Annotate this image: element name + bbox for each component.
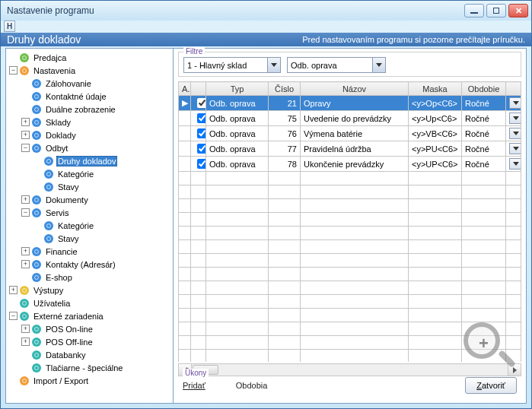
table-row[interactable]: ▶Odb. oprava21Opravy<y>Op<C6>Ročné	[179, 96, 521, 111]
cell-nazov: Ukončenie prevádzky	[301, 157, 409, 172]
table-row[interactable]: Odb. oprava76Výmena batérie<y>VB<C6>Ročn…	[179, 126, 521, 141]
cell-cislo: 75	[269, 111, 301, 126]
tree-import-export[interactable]: Import / Export	[9, 374, 173, 387]
row-checkbox[interactable]	[197, 159, 206, 169]
tree-kontakty[interactable]: +Kontakty (Adresár)	[21, 258, 173, 271]
tree-pos-online[interactable]: +POS On-line	[21, 322, 173, 335]
row-checkbox[interactable]	[197, 128, 206, 138]
expand-icon[interactable]: +	[21, 247, 30, 255]
col-maska[interactable]: Maska	[409, 82, 462, 96]
tree-databanky[interactable]: Databanky	[21, 348, 173, 361]
cell-maska: <y>VB<C6>	[409, 126, 462, 141]
col-a[interactable]: A.	[179, 82, 191, 96]
collapse-icon[interactable]: −	[21, 144, 30, 152]
close-form-button[interactable]: Zatvoriť	[465, 377, 517, 394]
gear-icon	[32, 105, 41, 114]
cell-obdobie: Ročné	[462, 157, 506, 172]
add-link[interactable]: Pridať	[183, 381, 205, 390]
tree-stavy[interactable]: Stavy	[33, 180, 173, 193]
gear-icon	[32, 338, 41, 347]
row-dropdown-cell[interactable]	[506, 111, 521, 126]
col-nazov[interactable]: Názov	[301, 82, 409, 96]
help-toolbar: H	[1, 21, 531, 33]
row-dropdown-button[interactable]	[509, 113, 521, 124]
row-dropdown-cell[interactable]	[506, 126, 521, 141]
tree-uzivatelia[interactable]: Užívatelia	[9, 296, 173, 309]
expand-icon[interactable]: +	[21, 131, 30, 139]
col-typ[interactable]: Typ	[206, 82, 269, 96]
tree-doklady[interactable]: +Doklady	[21, 128, 173, 141]
window-title: Nastavenie programu	[7, 5, 462, 16]
filter-sklad-combo[interactable]: 1 - Hlavný sklad	[183, 57, 281, 73]
tree-odbyt[interactable]: −Odbyt	[21, 141, 173, 154]
expand-icon[interactable]: +	[9, 286, 18, 294]
tree-eshop[interactable]: E-shop	[21, 271, 173, 284]
row-checkbox[interactable]	[197, 98, 206, 108]
gear-icon	[32, 363, 41, 373]
label: Servis	[44, 208, 71, 218]
tree-kontaktne[interactable]: Kontaktné údaje	[21, 90, 173, 103]
col-cislo[interactable]: Číslo	[269, 82, 301, 96]
maximize-button[interactable]	[486, 4, 506, 17]
row-indicator	[179, 141, 191, 157]
tree-externe[interactable]: −Externé zariadenia	[9, 309, 173, 322]
maximize-icon	[493, 8, 499, 14]
label: Predajca	[32, 52, 68, 63]
close-button[interactable]: ✕	[508, 4, 528, 17]
table-row[interactable]: Odb. oprava78Ukončenie prevádzky<y>UP<C6…	[179, 157, 521, 172]
tree-zalohovanie[interactable]: Zálohovanie	[21, 77, 173, 90]
tree-servis-stavy[interactable]: Stavy	[33, 232, 173, 245]
tree-nastavenia[interactable]: −Nastavenia	[9, 64, 173, 77]
row-checkbox-cell[interactable]	[191, 96, 206, 111]
tree-servis[interactable]: −Servis	[21, 206, 173, 219]
tree-predajca[interactable]: Predajca	[9, 51, 173, 64]
minimize-icon	[470, 12, 478, 14]
expand-icon[interactable]: +	[21, 118, 30, 126]
tree-servis-kategorie[interactable]: Kategórie	[33, 219, 173, 232]
nav-tree[interactable]: Predajca −Nastavenia Zálohovanie Kontakt…	[6, 49, 174, 403]
row-dropdown-cell[interactable]	[506, 141, 521, 157]
row-dropdown-button[interactable]	[509, 143, 521, 154]
tree-dualne[interactable]: Duálne zobrazenie	[21, 103, 173, 116]
row-dropdown-button[interactable]	[509, 158, 521, 170]
col-obdobie[interactable]: Obdobie	[462, 82, 506, 96]
expand-icon[interactable]: +	[21, 338, 30, 346]
tree-kategorie[interactable]: Kategórie	[33, 167, 173, 180]
table-row[interactable]: Odb. oprava77Pravidelná údržba<y>PU<C6>R…	[179, 141, 521, 157]
collapse-icon[interactable]: −	[9, 66, 18, 75]
row-checkbox-cell[interactable]	[191, 111, 206, 126]
filter-typ-combo[interactable]: Odb. oprava	[287, 57, 386, 73]
collapse-icon[interactable]: −	[9, 312, 18, 320]
tree-sklady[interactable]: +Sklady	[21, 116, 173, 128]
row-checkbox[interactable]	[197, 113, 206, 123]
doklady-grid[interactable]: A. Typ Číslo Názov Maska Obdobie ▶Odb. o…	[178, 81, 521, 362]
row-checkbox-cell[interactable]	[191, 141, 206, 157]
row-checkbox[interactable]	[197, 144, 206, 154]
help-button[interactable]: H	[4, 21, 15, 32]
expand-icon[interactable]: +	[21, 260, 30, 268]
gear-icon	[32, 208, 41, 217]
tree-pos-offline[interactable]: +POS Off-line	[21, 335, 173, 348]
row-checkbox-cell[interactable]	[191, 126, 206, 141]
expand-icon[interactable]: +	[21, 195, 30, 204]
minimize-button[interactable]	[464, 4, 484, 17]
obdobia-link[interactable]: Obdobia	[236, 381, 268, 390]
tree-financie[interactable]: +Financie	[21, 245, 173, 258]
gear-icon	[20, 299, 29, 308]
tree-dokumenty[interactable]: +Dokumenty	[21, 193, 173, 206]
expand-icon[interactable]: +	[21, 325, 30, 333]
row-checkbox-cell[interactable]	[191, 157, 206, 172]
collapse-icon[interactable]: −	[21, 208, 30, 217]
tree-druhy-dokladov[interactable]: Druhy dokladov	[33, 154, 173, 167]
row-dropdown-button[interactable]	[509, 97, 521, 109]
table-row[interactable]: Odb. oprava75Uvedenie do prevádzky<y>Up<…	[179, 111, 521, 126]
gear-icon	[44, 157, 53, 166]
row-dropdown-cell[interactable]	[506, 96, 521, 111]
row-dropdown-cell[interactable]	[506, 157, 521, 172]
tree-vystupy[interactable]: +Výstupy	[9, 284, 173, 296]
gear-icon	[32, 92, 41, 101]
row-dropdown-button[interactable]	[509, 128, 521, 139]
spacer	[9, 53, 18, 62]
tree-tlaciarne[interactable]: Tlačiarne - špeciálne	[21, 361, 173, 374]
col-check[interactable]	[191, 82, 206, 96]
